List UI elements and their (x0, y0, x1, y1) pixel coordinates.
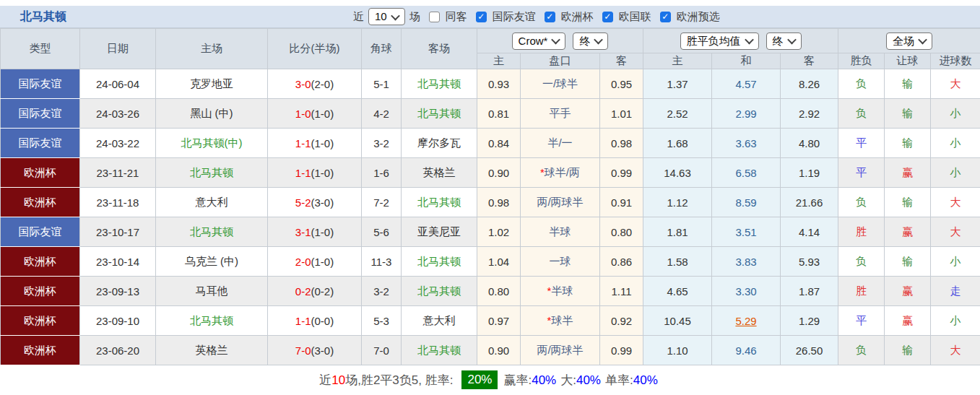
table-row: 国际友谊24-06-04克罗地亚3-0(2-0)5-1北马其顿0.93一/球半0… (1, 69, 980, 99)
match-date-cell: 24-06-04 (80, 69, 156, 99)
home-team-cell: 北马其顿(中) (156, 129, 268, 158)
score-cell: 1-0(1-0) (268, 99, 362, 129)
result-cell: 负 (838, 247, 885, 277)
match-date-cell: 24-03-26 (80, 99, 156, 129)
near-count-select[interactable]: 10 (368, 8, 405, 25)
away-win-odds: 5.93 (799, 256, 820, 268)
match-type-label: 国际友谊 (19, 107, 62, 119)
match-date-cell: 23-10-14 (80, 247, 156, 277)
table-row: 欧洲杯23-06-20英格兰7-0(3-0)7-0北马其顿0.90两/两球半0.… (1, 336, 980, 365)
handicap-result: 赢 (902, 285, 913, 297)
filter-euro-qualifier-label: 欧洲预选 (677, 10, 720, 24)
handicap-cell: *球半/两 (521, 158, 600, 188)
corner-score: 5-1 (373, 78, 389, 90)
corner-cell: 11-3 (362, 247, 402, 277)
odds-home-cell: 1.81 (643, 217, 712, 247)
corner-score: 5-6 (373, 226, 389, 238)
odds-final-select[interactable]: 终 (766, 32, 802, 50)
col-header-type: 类型 (1, 29, 80, 69)
match-type-label: 欧洲杯 (24, 344, 56, 356)
score-cell: 3-0(2-0) (268, 69, 362, 99)
goals-over-under: 小 (950, 107, 961, 119)
filter-nations-league-checkbox[interactable]: ✓ (602, 12, 613, 22)
subheader-result: 胜负 (838, 53, 885, 69)
ah-result-cell: 输 (885, 129, 931, 158)
fulltime-group-header: 全场 (838, 29, 980, 53)
ah-final-select[interactable]: 终 (573, 32, 608, 50)
table-row: 欧洲杯23-11-18意大利5-2(3-0)7-2北马其顿0.98两/两球半0.… (1, 188, 980, 217)
ah-result-cell: 输 (885, 188, 931, 217)
away-win-odds: 4.14 (799, 226, 820, 238)
result-cell: 平 (838, 158, 885, 188)
goals-result-cell: 大 (931, 69, 980, 99)
subheader-handicap-result: 让球 (885, 53, 931, 69)
match-date-cell: 23-06-20 (80, 336, 156, 365)
ah-home-odds-cell: 0.80 (477, 277, 521, 306)
filter-eurocup-checkbox[interactable]: ✓ (545, 12, 555, 22)
odds-draw-cell[interactable]: 5.29 (712, 306, 781, 336)
ah-away-odds: 1.01 (611, 108, 632, 120)
draw-odds: 6.58 (735, 167, 756, 179)
handicap-line: 半/一 (547, 136, 572, 149)
match-date: 23-06-20 (96, 344, 139, 357)
corner-score: 3-2 (373, 137, 389, 149)
away-win-odds: 1.29 (799, 315, 820, 327)
ah-result-cell: 赢 (885, 217, 931, 247)
chevron-down-icon (745, 35, 754, 45)
draw-odds[interactable]: 5.29 (735, 315, 756, 327)
table-row: 国际友谊24-03-26黑山 (中)1-0(1-0)4-2北马其顿0.81平手1… (1, 99, 980, 129)
ah-result-cell: 输 (885, 69, 931, 99)
halftime-score: (2-0) (311, 78, 334, 90)
filter-euro-qualifier-checkbox[interactable]: ✓ (660, 12, 671, 22)
ah-home-odds-cell: 0.93 (477, 69, 521, 99)
goals-result-cell: 小 (931, 306, 980, 336)
match-type-label: 欧洲杯 (24, 285, 56, 297)
away-team-cell: 意大利 (402, 306, 477, 336)
odds-away-cell: 1.29 (781, 306, 838, 336)
draw-odds: 3.51 (735, 226, 756, 238)
ah-result-cell: 赢 (885, 158, 931, 188)
away-team-name: 北马其顿 (417, 285, 461, 297)
match-date-cell: 23-09-10 (80, 306, 156, 336)
ah-home-odds: 0.80 (488, 285, 509, 298)
bookmaker-select[interactable]: Crow* (512, 32, 566, 50)
odds-source-select[interactable]: 胜平负均值 (680, 32, 759, 50)
ah-home-odds: 1.02 (488, 226, 509, 238)
corner-score: 4-2 (373, 108, 389, 120)
fulltime-select-value: 全场 (893, 34, 914, 48)
filter-friendly-checkbox[interactable]: ✓ (476, 12, 487, 22)
win-loss-result: 负 (856, 255, 867, 267)
fulltime-score: 7-0 (295, 344, 311, 357)
win-loss-result: 负 (856, 107, 867, 119)
fulltime-select[interactable]: 全场 (886, 32, 932, 50)
goals-result-cell: 小 (931, 129, 980, 158)
goals-over-under: 小 (950, 166, 961, 178)
ah-home-odds: 0.93 (488, 78, 509, 90)
score-cell: 1-1(1-0) (268, 158, 362, 188)
odds-away-cell: 1.87 (781, 277, 838, 306)
table-row: 欧洲杯23-09-13马耳他0-2(0-2)3-2北马其顿0.80*半球1.11… (1, 277, 980, 306)
result-cell: 胜 (838, 277, 885, 306)
chevron-down-icon (552, 35, 561, 45)
home-team-cell: 北马其顿 (156, 158, 268, 188)
match-type-label: 欧洲杯 (24, 255, 56, 267)
goals-over-under: 小 (950, 255, 961, 267)
home-team-name: 黑山 (中) (190, 107, 233, 119)
filter-nations-league-label: 欧国联 (619, 10, 651, 24)
result-cell: 负 (838, 99, 885, 129)
away-win-odds: 1.19 (799, 167, 820, 179)
match-history-panel: 北马其顿 近 10 场 同客 ✓ 国际友谊 ✓ 欧洲杯 ✓ 欧国联 ✓ 欧洲预选 (0, 0, 980, 395)
handicap-result: 输 (902, 344, 913, 356)
match-date-cell: 23-11-18 (80, 188, 156, 217)
same-away-checkbox[interactable] (429, 12, 440, 22)
home-win-odds: 1.12 (667, 196, 688, 209)
corner-score: 3-2 (373, 285, 389, 298)
goals-over-under: 大 (950, 196, 961, 208)
draw-odds: 8.59 (735, 196, 756, 209)
away-win-odds: 26.50 (796, 344, 823, 357)
odds-away-cell: 1.19 (781, 158, 838, 188)
win-loss-result: 平 (856, 166, 867, 178)
col-header-score: 比分(半场) (268, 29, 362, 69)
away-win-odds: 21.66 (796, 196, 823, 209)
away-team-name: 北马其顿 (417, 196, 461, 208)
